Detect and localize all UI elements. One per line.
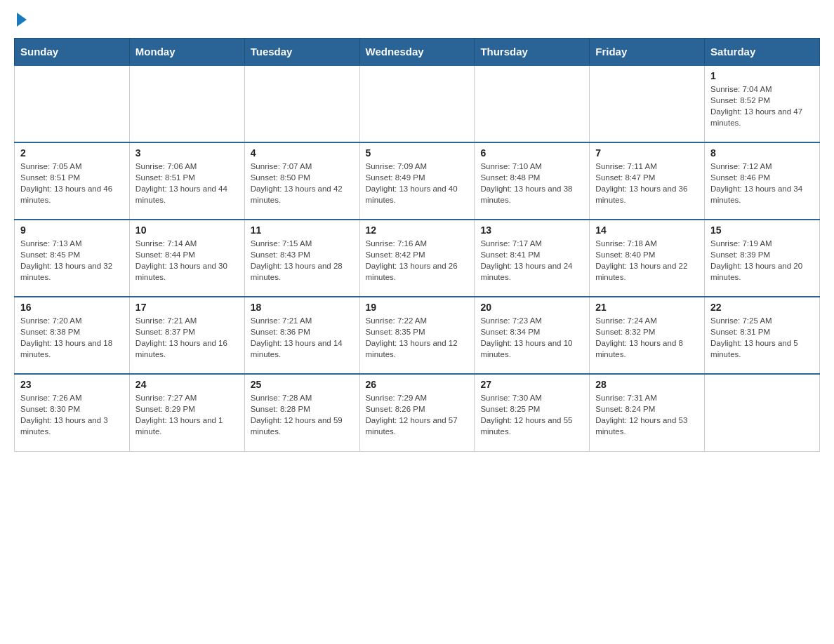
day-info: Sunrise: 7:21 AM Sunset: 8:36 PM Dayligh… bbox=[251, 315, 354, 360]
day-number: 2 bbox=[20, 147, 124, 159]
day-info: Sunrise: 7:14 AM Sunset: 8:44 PM Dayligh… bbox=[135, 238, 239, 283]
day-number: 10 bbox=[135, 224, 239, 236]
day-info: Sunrise: 7:27 AM Sunset: 8:29 PM Dayligh… bbox=[135, 392, 239, 437]
calendar-cell: 7Sunrise: 7:11 AM Sunset: 8:47 PM Daylig… bbox=[590, 142, 705, 220]
day-info: Sunrise: 7:17 AM Sunset: 8:41 PM Dayligh… bbox=[480, 238, 583, 283]
calendar-cell: 10Sunrise: 7:14 AM Sunset: 8:44 PM Dayli… bbox=[129, 220, 244, 297]
calendar-cell: 14Sunrise: 7:18 AM Sunset: 8:40 PM Dayli… bbox=[590, 220, 705, 297]
day-number: 5 bbox=[366, 147, 469, 159]
day-info: Sunrise: 7:25 AM Sunset: 8:31 PM Dayligh… bbox=[710, 315, 814, 360]
calendar-cell bbox=[475, 65, 590, 142]
column-header-friday: Friday bbox=[590, 39, 705, 66]
calendar-week-row: 1Sunrise: 7:04 AM Sunset: 8:52 PM Daylig… bbox=[15, 65, 820, 142]
day-info: Sunrise: 7:29 AM Sunset: 8:26 PM Dayligh… bbox=[366, 392, 469, 437]
calendar-cell: 23Sunrise: 7:26 AM Sunset: 8:30 PM Dayli… bbox=[15, 374, 130, 451]
day-number: 24 bbox=[135, 379, 239, 390]
day-number: 11 bbox=[251, 224, 354, 236]
logo-arrow-icon bbox=[17, 13, 27, 27]
day-info: Sunrise: 7:30 AM Sunset: 8:25 PM Dayligh… bbox=[480, 392, 583, 437]
column-header-sunday: Sunday bbox=[15, 39, 130, 66]
day-info: Sunrise: 7:21 AM Sunset: 8:37 PM Dayligh… bbox=[135, 315, 239, 360]
calendar-cell: 2Sunrise: 7:05 AM Sunset: 8:51 PM Daylig… bbox=[15, 142, 130, 220]
calendar-cell: 27Sunrise: 7:30 AM Sunset: 8:25 PM Dayli… bbox=[475, 374, 590, 451]
day-number: 14 bbox=[595, 224, 699, 236]
day-number: 26 bbox=[366, 379, 469, 390]
day-info: Sunrise: 7:24 AM Sunset: 8:32 PM Dayligh… bbox=[595, 315, 699, 360]
calendar-week-row: 23Sunrise: 7:26 AM Sunset: 8:30 PM Dayli… bbox=[15, 374, 820, 451]
calendar-cell: 4Sunrise: 7:07 AM Sunset: 8:50 PM Daylig… bbox=[244, 142, 359, 220]
calendar-table: SundayMondayTuesdayWednesdayThursdayFrid… bbox=[14, 38, 820, 452]
calendar-cell: 22Sunrise: 7:25 AM Sunset: 8:31 PM Dayli… bbox=[705, 297, 820, 374]
calendar-cell: 3Sunrise: 7:06 AM Sunset: 8:51 PM Daylig… bbox=[129, 142, 244, 220]
calendar-cell: 6Sunrise: 7:10 AM Sunset: 8:48 PM Daylig… bbox=[475, 142, 590, 220]
calendar-cell: 12Sunrise: 7:16 AM Sunset: 8:42 PM Dayli… bbox=[359, 220, 475, 297]
calendar-cell: 8Sunrise: 7:12 AM Sunset: 8:46 PM Daylig… bbox=[705, 142, 820, 220]
day-number: 15 bbox=[710, 224, 814, 236]
calendar-cell: 15Sunrise: 7:19 AM Sunset: 8:39 PM Dayli… bbox=[705, 220, 820, 297]
calendar-cell: 13Sunrise: 7:17 AM Sunset: 8:41 PM Dayli… bbox=[475, 220, 590, 297]
day-number: 13 bbox=[480, 224, 583, 236]
calendar-cell: 26Sunrise: 7:29 AM Sunset: 8:26 PM Dayli… bbox=[359, 374, 475, 451]
day-number: 20 bbox=[480, 302, 583, 313]
calendar-cell: 25Sunrise: 7:28 AM Sunset: 8:28 PM Dayli… bbox=[244, 374, 359, 451]
calendar-cell: 24Sunrise: 7:27 AM Sunset: 8:29 PM Dayli… bbox=[129, 374, 244, 451]
calendar-cell: 16Sunrise: 7:20 AM Sunset: 8:38 PM Dayli… bbox=[15, 297, 130, 374]
day-number: 28 bbox=[595, 379, 699, 390]
day-info: Sunrise: 7:04 AM Sunset: 8:52 PM Dayligh… bbox=[710, 83, 814, 128]
day-number: 7 bbox=[595, 147, 699, 159]
day-info: Sunrise: 7:12 AM Sunset: 8:46 PM Dayligh… bbox=[710, 161, 814, 206]
calendar-cell bbox=[590, 65, 705, 142]
day-number: 17 bbox=[135, 302, 239, 313]
calendar-week-row: 9Sunrise: 7:13 AM Sunset: 8:45 PM Daylig… bbox=[15, 220, 820, 297]
calendar-cell: 18Sunrise: 7:21 AM Sunset: 8:36 PM Dayli… bbox=[244, 297, 359, 374]
day-number: 19 bbox=[366, 302, 469, 313]
day-info: Sunrise: 7:18 AM Sunset: 8:40 PM Dayligh… bbox=[595, 238, 699, 283]
calendar-header-row: SundayMondayTuesdayWednesdayThursdayFrid… bbox=[15, 39, 820, 66]
day-number: 21 bbox=[595, 302, 699, 313]
day-number: 12 bbox=[366, 224, 469, 236]
day-number: 3 bbox=[135, 147, 239, 159]
column-header-monday: Monday bbox=[129, 39, 244, 66]
day-info: Sunrise: 7:10 AM Sunset: 8:48 PM Dayligh… bbox=[480, 161, 583, 206]
calendar-cell bbox=[15, 65, 130, 142]
calendar-cell: 19Sunrise: 7:22 AM Sunset: 8:35 PM Dayli… bbox=[359, 297, 475, 374]
day-info: Sunrise: 7:23 AM Sunset: 8:34 PM Dayligh… bbox=[480, 315, 583, 360]
column-header-tuesday: Tuesday bbox=[244, 39, 359, 66]
day-info: Sunrise: 7:06 AM Sunset: 8:51 PM Dayligh… bbox=[135, 161, 239, 206]
day-info: Sunrise: 7:28 AM Sunset: 8:28 PM Dayligh… bbox=[251, 392, 354, 437]
calendar-cell: 20Sunrise: 7:23 AM Sunset: 8:34 PM Dayli… bbox=[475, 297, 590, 374]
day-number: 25 bbox=[251, 379, 354, 390]
calendar-week-row: 16Sunrise: 7:20 AM Sunset: 8:38 PM Dayli… bbox=[15, 297, 820, 374]
day-number: 1 bbox=[710, 70, 814, 81]
calendar-cell: 5Sunrise: 7:09 AM Sunset: 8:49 PM Daylig… bbox=[359, 142, 475, 220]
logo bbox=[14, 14, 27, 27]
page-header bbox=[14, 14, 820, 27]
column-header-saturday: Saturday bbox=[705, 39, 820, 66]
calendar-cell: 17Sunrise: 7:21 AM Sunset: 8:37 PM Dayli… bbox=[129, 297, 244, 374]
calendar-cell: 9Sunrise: 7:13 AM Sunset: 8:45 PM Daylig… bbox=[15, 220, 130, 297]
calendar-cell bbox=[705, 374, 820, 451]
day-info: Sunrise: 7:13 AM Sunset: 8:45 PM Dayligh… bbox=[20, 238, 124, 283]
day-info: Sunrise: 7:11 AM Sunset: 8:47 PM Dayligh… bbox=[595, 161, 699, 206]
calendar-cell: 21Sunrise: 7:24 AM Sunset: 8:32 PM Dayli… bbox=[590, 297, 705, 374]
calendar-cell bbox=[244, 65, 359, 142]
calendar-week-row: 2Sunrise: 7:05 AM Sunset: 8:51 PM Daylig… bbox=[15, 142, 820, 220]
day-number: 16 bbox=[20, 302, 124, 313]
day-number: 23 bbox=[20, 379, 124, 390]
column-header-thursday: Thursday bbox=[475, 39, 590, 66]
day-info: Sunrise: 7:20 AM Sunset: 8:38 PM Dayligh… bbox=[20, 315, 124, 360]
day-info: Sunrise: 7:15 AM Sunset: 8:43 PM Dayligh… bbox=[251, 238, 354, 283]
day-info: Sunrise: 7:22 AM Sunset: 8:35 PM Dayligh… bbox=[366, 315, 469, 360]
day-number: 22 bbox=[710, 302, 814, 313]
column-header-wednesday: Wednesday bbox=[359, 39, 475, 66]
day-number: 18 bbox=[251, 302, 354, 313]
day-info: Sunrise: 7:05 AM Sunset: 8:51 PM Dayligh… bbox=[20, 161, 124, 206]
day-number: 6 bbox=[480, 147, 583, 159]
day-info: Sunrise: 7:07 AM Sunset: 8:50 PM Dayligh… bbox=[251, 161, 354, 206]
day-number: 8 bbox=[710, 147, 814, 159]
calendar-cell: 28Sunrise: 7:31 AM Sunset: 8:24 PM Dayli… bbox=[590, 374, 705, 451]
calendar-cell: 11Sunrise: 7:15 AM Sunset: 8:43 PM Dayli… bbox=[244, 220, 359, 297]
day-number: 9 bbox=[20, 224, 124, 236]
calendar-cell bbox=[129, 65, 244, 142]
day-info: Sunrise: 7:09 AM Sunset: 8:49 PM Dayligh… bbox=[366, 161, 469, 206]
